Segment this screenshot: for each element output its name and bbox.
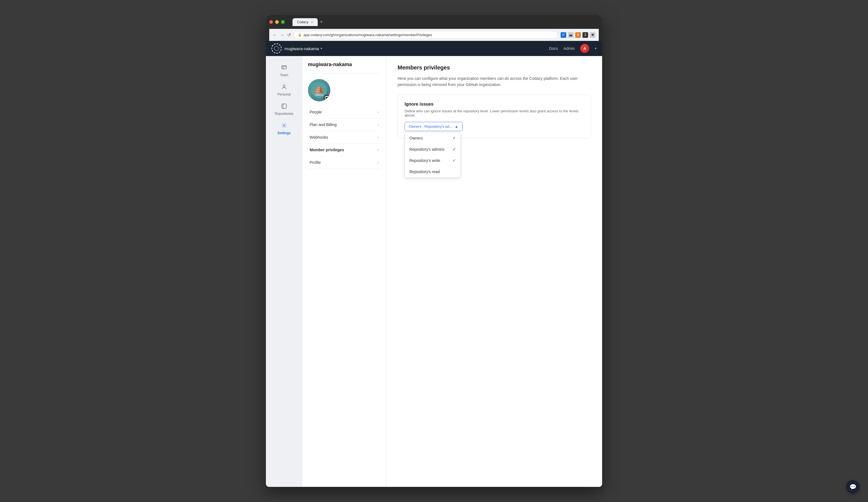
sidebar-label-team: Team xyxy=(280,73,288,77)
main-content: Members privileges Here you can configur… xyxy=(386,56,602,487)
sidebar-item-team[interactable]: Team xyxy=(266,62,302,80)
avatar-chevron-icon: ▾ xyxy=(595,46,597,50)
nav-item-people[interactable]: People › xyxy=(308,106,381,118)
tab-close-button[interactable]: ✕ xyxy=(311,20,313,24)
new-tab-button[interactable]: + xyxy=(318,18,325,26)
dropdown-item-repo-read[interactable]: Repository's read xyxy=(405,166,460,177)
check-icon-write: ✓ xyxy=(453,158,456,163)
chevron-right-icon: › xyxy=(378,160,379,165)
github-icon xyxy=(325,96,329,100)
dropdown-item-repo-admins[interactable]: Repository's admins ✓ xyxy=(405,144,460,155)
logo xyxy=(271,43,281,53)
ignore-issues-card: Ignore issues Define who can ignore issu… xyxy=(397,95,591,138)
personal-icon xyxy=(281,84,287,91)
card-description: Define who can ignore issues at the repo… xyxy=(405,109,584,117)
ext-icon-camera: 📷 xyxy=(568,32,574,38)
back-button[interactable]: ← xyxy=(272,32,277,38)
forward-button[interactable]: → xyxy=(280,32,285,38)
check-icon-owners: ✓ xyxy=(453,136,456,140)
browser-window: Codacy ✕ + ← → ↺ 🔒 app.codacy.com/gh/org… xyxy=(266,15,602,487)
extension-icons: F 📷 Z Z ⚙ xyxy=(561,32,596,38)
svg-rect-1 xyxy=(282,65,286,69)
dropdown-chevron-icon: ▲ xyxy=(455,124,458,128)
team-icon xyxy=(281,64,287,72)
svg-point-0 xyxy=(274,46,279,51)
sidebar-label-repositories: Repositories xyxy=(275,112,293,116)
check-icon-admins: ✓ xyxy=(453,147,456,151)
page-title: Members privileges xyxy=(397,64,591,71)
main-layout: Team Personal xyxy=(266,56,602,487)
content-area: mugiwara-nakama ⛵ xyxy=(302,56,602,487)
top-nav-right: Docs Admin A ▾ xyxy=(549,44,597,53)
sidebar-item-personal[interactable]: Personal xyxy=(266,81,302,99)
dropdown-menu: Owners ✓ Repository's admins ✓ Repositor… xyxy=(405,132,461,178)
svg-text:⛵: ⛵ xyxy=(313,85,325,96)
dropdown-item-owners[interactable]: Owners ✓ xyxy=(405,133,460,144)
dropdown-item-repo-write[interactable]: Repository's write ✓ xyxy=(405,155,460,166)
settings-icon xyxy=(281,123,287,130)
top-nav: mugiwara-nakama ▾ Docs Admin A ▾ xyxy=(266,41,602,56)
org-avatar: ⛵ xyxy=(308,79,330,102)
org-name-label: mugiwara-nakama xyxy=(285,46,319,51)
browser-controls: Codacy ✕ + xyxy=(269,18,599,26)
address-bar[interactable]: 🔒 app.codacy.com/gh/organizations/mugiwa… xyxy=(293,31,558,39)
refresh-button[interactable]: ↺ xyxy=(287,32,291,38)
svg-rect-5 xyxy=(282,104,286,108)
sidebar-item-settings[interactable]: Settings xyxy=(266,119,302,138)
sidebar-item-repositories[interactable]: Repositories xyxy=(266,100,302,118)
chat-icon: 💬 xyxy=(849,483,857,490)
tab-bar: Codacy ✕ + xyxy=(292,18,325,26)
sidebar-label-settings: Settings xyxy=(277,131,291,135)
chevron-down-icon: ▾ xyxy=(321,46,322,50)
browser-chrome: Codacy ✕ + ← → ↺ 🔒 app.codacy.com/gh/org… xyxy=(266,15,602,41)
github-badge xyxy=(324,95,330,101)
divider xyxy=(308,73,381,73)
org-selector[interactable]: mugiwara-nakama ▾ xyxy=(285,46,322,51)
tab-label: Codacy xyxy=(297,20,309,24)
ext-icon-5: ⚙ xyxy=(590,32,596,38)
close-button[interactable] xyxy=(269,20,273,24)
repos-svg-icon xyxy=(281,103,287,109)
admin-avatar[interactable]: A xyxy=(580,44,589,53)
repositories-icon xyxy=(281,103,287,111)
nav-item-webhooks[interactable]: Webhooks › xyxy=(308,131,381,144)
personal-svg-icon xyxy=(281,84,287,90)
settings-sidebar: mugiwara-nakama ⛵ xyxy=(302,56,386,487)
nav-item-plan-billing[interactable]: Plan and Billing › xyxy=(308,118,381,131)
sidebar-label-personal: Personal xyxy=(277,92,291,96)
maximize-button[interactable] xyxy=(281,20,285,24)
logo-area: mugiwara-nakama ▾ xyxy=(271,43,322,53)
app-container: mugiwara-nakama ▾ Docs Admin A ▾ xyxy=(266,41,602,487)
dropdown-label: Owners , Repository's ad... xyxy=(409,124,453,128)
ext-icon-1: F xyxy=(561,32,566,38)
chevron-right-icon: › xyxy=(378,148,379,152)
lock-icon: 🔒 xyxy=(298,33,302,37)
docs-link[interactable]: Docs xyxy=(549,46,558,51)
team-svg-icon xyxy=(281,64,287,71)
ext-icon-4: Z xyxy=(582,32,588,38)
sidebar: Team Personal xyxy=(266,56,302,487)
address-bar-row: ← → ↺ 🔒 app.codacy.com/gh/organizations/… xyxy=(269,29,599,41)
card-title: Ignore issues xyxy=(405,102,584,107)
dropdown-trigger[interactable]: Owners , Repository's ad... ▲ xyxy=(405,122,463,131)
chevron-right-icon: › xyxy=(378,110,379,114)
settings-org-title: mugiwara-nakama xyxy=(308,62,381,67)
permissions-dropdown[interactable]: Owners , Repository's ad... ▲ Owners ✓ R… xyxy=(405,122,463,131)
chevron-right-icon: › xyxy=(378,123,379,127)
active-tab[interactable]: Codacy ✕ xyxy=(292,18,318,26)
ext-icon-3: Z xyxy=(575,32,581,38)
minimize-button[interactable] xyxy=(275,20,279,24)
chevron-right-icon: › xyxy=(378,135,379,139)
settings-nav-menu: People › Plan and Billing › Webhooks › xyxy=(308,106,381,169)
settings-svg-icon xyxy=(281,123,287,128)
svg-point-7 xyxy=(283,125,285,126)
section-description: Here you can configure what your organiz… xyxy=(397,75,591,88)
nav-item-member-privileges[interactable]: Member privileges › xyxy=(308,144,381,156)
codacy-logo-icon xyxy=(274,46,279,51)
admin-link[interactable]: Admin xyxy=(564,46,575,51)
svg-point-4 xyxy=(283,85,285,87)
chat-button[interactable]: 💬 xyxy=(846,480,860,494)
url-text: app.codacy.com/gh/organizations/mugiwara… xyxy=(303,33,554,37)
nav-item-profile[interactable]: Profile › xyxy=(308,156,381,169)
